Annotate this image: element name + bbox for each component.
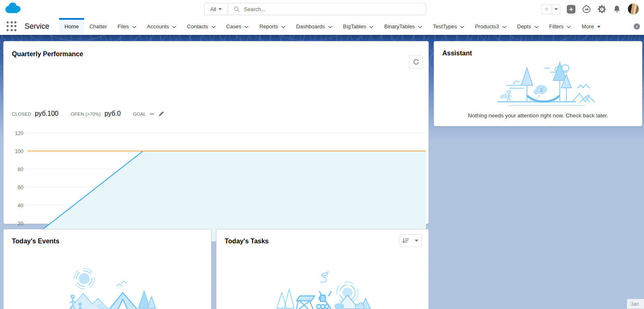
svg-text:120: 120 <box>15 130 23 136</box>
nav-tab-chatter[interactable]: Chatter <box>84 18 113 35</box>
tasks-menu-caret-button[interactable] <box>412 235 421 247</box>
notifications-bell-icon[interactable] <box>613 5 621 14</box>
favorites-caret-button[interactable] <box>552 4 560 14</box>
nav-tab-testtypes[interactable]: TestTypes <box>428 18 470 35</box>
stat-label: GOAL <box>133 112 146 117</box>
app-launcher-icon[interactable] <box>7 21 17 32</box>
caret-down-icon <box>218 8 222 10</box>
chevron-down-icon <box>244 26 248 28</box>
stat-label: OPEN (>70%) <box>71 112 101 117</box>
stat-label: CLOSED <box>12 112 31 117</box>
stat-closed: CLOSEDруб.100 <box>12 110 58 117</box>
chevron-down-icon <box>132 26 136 28</box>
tasks-sort-split-button <box>400 234 422 247</box>
caret-down-icon <box>554 8 558 10</box>
chevron-down-icon <box>502 26 506 28</box>
assistant-hammock-illustration: z <box>474 61 602 109</box>
chevron-down-icon <box>212 26 216 28</box>
chevron-down-icon <box>567 26 571 28</box>
stat-open-70-: OPEN (>70%)руб.0 <box>71 110 121 117</box>
chevron-down-icon <box>460 26 464 28</box>
nav-tabs: Home Chatter Files Accounts Contacts Cas… <box>59 18 632 35</box>
salesforce-cloud-logo-icon <box>4 2 22 14</box>
svg-text:20: 20 <box>18 221 23 227</box>
edit-goal-pencil-icon[interactable] <box>159 111 164 117</box>
chevron-down-icon <box>534 26 538 28</box>
setup-gear-icon[interactable] <box>598 5 606 14</box>
chevron-down-icon <box>369 26 373 28</box>
assistant-title: Assistant <box>442 50 642 57</box>
stat-value: руб.100 <box>35 110 58 117</box>
caret-down-icon <box>597 26 600 28</box>
svg-text:z: z <box>540 87 543 93</box>
tasks-campfire-illustration <box>259 266 386 309</box>
nav-tab-accounts[interactable]: Accounts <box>142 18 182 35</box>
stat-goal: GOAL-- <box>133 110 164 117</box>
nav-tab-cases[interactable]: Cases <box>221 18 254 35</box>
nav-tab-filters[interactable]: Filters <box>544 18 576 35</box>
todays-tasks-card: Today's Tasks <box>216 229 429 309</box>
svg-text:100: 100 <box>15 149 23 154</box>
search-icon <box>228 6 243 12</box>
chevron-down-icon <box>418 26 422 28</box>
app-navigation-bar: Service Home Chatter Files Accounts Cont… <box>0 18 644 35</box>
svg-text:60: 60 <box>18 185 23 190</box>
performance-stats: CLOSEDруб.100OPEN (>70%)руб.0GOAL-- <box>12 110 172 117</box>
todays-tasks-title: Today's Tasks <box>225 238 428 245</box>
nav-tab-bigtables[interactable]: BigTables <box>338 18 379 35</box>
svg-text:80: 80 <box>18 167 23 172</box>
caret-down-icon <box>415 240 418 242</box>
todays-events-card: Today's Events <box>3 229 212 309</box>
assistant-empty-message: Nothing needs your attention right now. … <box>434 112 642 126</box>
nav-tab-files[interactable]: Files <box>112 18 141 35</box>
nav-tab-home[interactable]: Home <box>59 18 84 35</box>
nav-tab-more[interactable]: More <box>576 18 606 35</box>
quarterly-performance-card: Quarterly Performance CLOSEDруб.100OPEN … <box>3 41 429 224</box>
browser-status-popup: Зап <box>627 299 644 309</box>
chevron-down-icon <box>328 26 332 28</box>
refresh-button[interactable] <box>409 55 423 69</box>
info-icon[interactable]: i <box>634 23 640 30</box>
nav-tab-reports[interactable]: Reports <box>254 18 291 35</box>
nav-tab-depts[interactable]: Depts <box>512 18 544 35</box>
nav-tab-binarytables[interactable]: BinaryTables <box>379 18 427 35</box>
global-header: All ★ + <box>0 0 644 18</box>
user-avatar[interactable] <box>628 3 639 15</box>
search-input[interactable] <box>243 6 426 13</box>
nav-tab-products3[interactable]: Products3 <box>469 18 512 35</box>
assistant-card: Assistant <box>434 41 642 126</box>
refresh-icon <box>413 59 419 65</box>
global-search: All <box>204 3 426 15</box>
search-scope-dropdown[interactable]: All <box>205 3 228 15</box>
events-camping-illustration <box>44 266 171 309</box>
svg-text:40: 40 <box>18 203 23 208</box>
home-page-background: Quarterly Performance CLOSEDруб.100OPEN … <box>0 35 644 309</box>
app-name: Service <box>25 22 49 31</box>
nav-tab-contacts[interactable]: Contacts <box>182 18 221 35</box>
chevron-down-icon <box>172 26 176 28</box>
global-actions-plus-button[interactable]: + <box>567 5 575 14</box>
favorites-split-button: ★ <box>541 4 560 14</box>
quarterly-performance-title: Quarterly Performance <box>12 50 83 58</box>
stat-value: -- <box>150 110 154 117</box>
tasks-sort-icon[interactable] <box>400 235 412 247</box>
guidance-trailhead-icon[interactable] <box>582 5 591 14</box>
todays-events-title: Today's Events <box>12 238 211 245</box>
search-scope-label: All <box>210 6 216 12</box>
stat-value: руб.0 <box>105 110 121 117</box>
nav-tab-dashboards[interactable]: Dashboards <box>291 18 338 35</box>
chevron-down-icon <box>281 26 285 28</box>
favorites-star-icon[interactable]: ★ <box>541 4 552 14</box>
